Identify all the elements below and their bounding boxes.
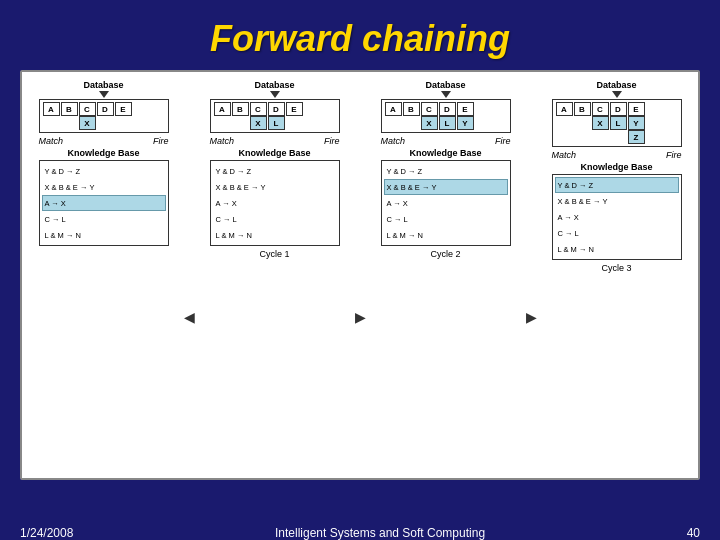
slide-title: Forward chaining	[210, 18, 510, 60]
cycles-row: Database A B C D E X	[28, 80, 692, 474]
db-arrow-1	[270, 91, 280, 98]
db-cell: E	[628, 102, 645, 116]
db-cell: L	[610, 116, 627, 130]
db-cell: E	[115, 102, 132, 116]
db-box-3: A B C D E X L Y	[552, 99, 682, 147]
kb-rule: A → X	[555, 209, 679, 225]
match-fire-0: Match Fire	[39, 136, 169, 146]
kb-rule: A → X	[384, 195, 508, 211]
kb-rule: Y & D → Z	[555, 177, 679, 193]
db-cell: A	[556, 102, 573, 116]
db-cell: E	[286, 102, 303, 116]
fire-text-2: Fire	[495, 136, 511, 146]
cycle-block-0: Database A B C D E X	[30, 80, 178, 474]
db-cell: Z	[628, 130, 645, 144]
kb-section-3: Knowledge Base Y & D → Z X & B & E → Y A…	[552, 162, 682, 260]
db-cell	[61, 116, 78, 130]
db-cell	[43, 116, 60, 130]
db-arrow-3	[612, 91, 622, 98]
kb-section-2: Knowledge Base Y & D → Z X & B & E → Y A…	[381, 148, 511, 246]
db-label-2: Database	[425, 80, 465, 90]
kb-rule: Y & D → Z	[42, 163, 166, 179]
db-row-3-2: Z	[556, 130, 678, 144]
kb-rules-2: Y & D → Z X & B & E → Y A → X C → L L & …	[381, 160, 511, 246]
kb-label-1: Knowledge Base	[210, 148, 340, 158]
connector-1-2: ▶	[355, 80, 366, 474]
db-cell: D	[610, 102, 627, 116]
db-cell	[214, 116, 231, 130]
cycle-block-3: Database A B C D E X	[543, 80, 691, 474]
db-arrow-0	[99, 91, 109, 98]
kb-label-2: Knowledge Base	[381, 148, 511, 158]
fire-text-0: Fire	[153, 136, 169, 146]
db-cell: C	[250, 102, 267, 116]
db-row-0-0: A B C D E	[43, 102, 165, 116]
db-cell: C	[79, 102, 96, 116]
db-section-2: Database A B C D E X	[372, 80, 520, 133]
db-cell	[115, 116, 132, 130]
kb-rule: Y & D → Z	[213, 163, 337, 179]
kb-rules-1: Y & D → Z X & B & E → Y A → X C → L L & …	[210, 160, 340, 246]
db-row-1-0: A B C D E	[214, 102, 336, 116]
match-fire-1: Match Fire	[210, 136, 340, 146]
slide: Forward chaining Database A B C D E	[0, 0, 720, 540]
kb-rule: L & M → N	[384, 227, 508, 243]
connector-0-1: ◀	[184, 80, 195, 474]
cycle-block-2: Database A B C D E X	[372, 80, 520, 474]
footer-date: 1/24/2008	[20, 526, 73, 540]
db-cell: E	[457, 102, 474, 116]
db-section-3: Database A B C D E X	[543, 80, 691, 147]
kb-rule: L & M → N	[555, 241, 679, 257]
db-cell	[385, 116, 402, 130]
main-content: Database A B C D E X	[20, 70, 700, 480]
db-cell: B	[403, 102, 420, 116]
match-text-0: Match	[39, 136, 64, 146]
kb-label-0: Knowledge Base	[39, 148, 169, 158]
match-text-1: Match	[210, 136, 235, 146]
db-cell: L	[268, 116, 285, 130]
match-fire-2: Match Fire	[381, 136, 511, 146]
match-text-3: Match	[552, 150, 577, 160]
db-row-0-1: X	[43, 116, 165, 130]
kb-rule: Y & D → Z	[384, 163, 508, 179]
db-cell: X	[592, 116, 609, 130]
db-box-0: A B C D E X	[39, 99, 169, 133]
connector-2-3: ▶	[526, 80, 537, 474]
db-cell	[592, 130, 609, 144]
db-cell: A	[214, 102, 231, 116]
db-cell: A	[43, 102, 60, 116]
db-cell: X	[79, 116, 96, 130]
db-cell: C	[592, 102, 609, 116]
db-row-2-0: A B C D E	[385, 102, 507, 116]
match-text-2: Match	[381, 136, 406, 146]
db-cell: A	[385, 102, 402, 116]
db-cell: D	[97, 102, 114, 116]
kb-rule: X & B & E → Y	[213, 179, 337, 195]
footer: 1/24/2008 Intelligent Systems and Soft C…	[0, 520, 720, 540]
db-box-1: A B C D E X L	[210, 99, 340, 133]
db-row-3-0: A B C D E	[556, 102, 678, 116]
db-cell: D	[268, 102, 285, 116]
kb-rule: C → L	[213, 211, 337, 227]
db-cell: X	[421, 116, 438, 130]
db-arrow-2	[441, 91, 451, 98]
cycle-label-3: Cycle 3	[601, 263, 631, 273]
db-cell	[97, 116, 114, 130]
db-section-1: Database A B C D E X	[201, 80, 349, 133]
db-cell	[556, 116, 573, 130]
db-cell	[574, 130, 591, 144]
match-fire-3: Match Fire	[552, 150, 682, 160]
db-cell: L	[439, 116, 456, 130]
kb-label-3: Knowledge Base	[552, 162, 682, 172]
kb-section-0: Knowledge Base Y & D → Z X & B & E → Y A…	[39, 148, 169, 246]
db-cell: D	[439, 102, 456, 116]
db-label-1: Database	[254, 80, 294, 90]
db-cell: Y	[457, 116, 474, 130]
kb-rule: C → L	[384, 211, 508, 227]
kb-rule: L & M → N	[42, 227, 166, 243]
db-row-1-1: X L	[214, 116, 336, 130]
kb-rule: C → L	[42, 211, 166, 227]
cycle-block-1: Database A B C D E X	[201, 80, 349, 474]
db-cell	[610, 130, 627, 144]
db-cell: C	[421, 102, 438, 116]
